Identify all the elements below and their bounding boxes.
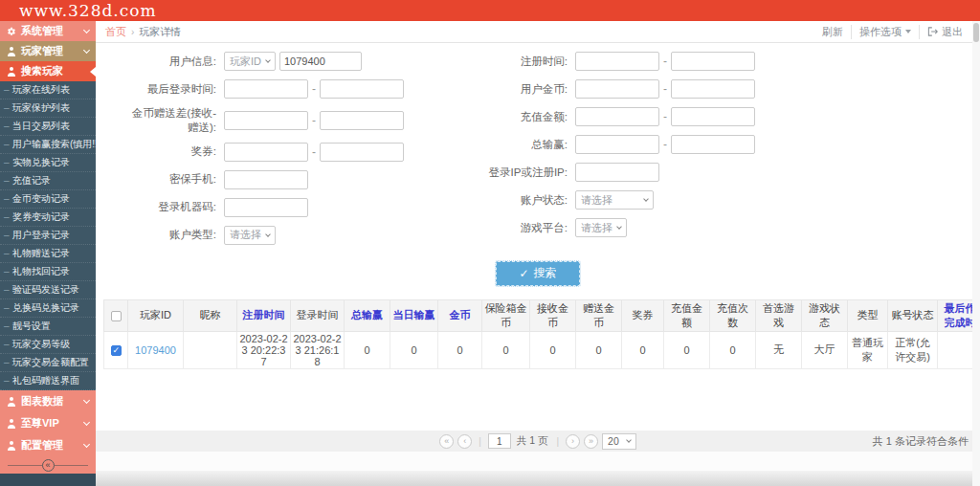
- breadcrumb-home-link[interactable]: 首页: [105, 25, 126, 39]
- recharge-amount-from-input[interactable]: [575, 107, 659, 126]
- sidebar-group-search-players[interactable]: 搜索玩家: [0, 61, 96, 81]
- sidebar-collapse-icon[interactable]: «: [42, 459, 55, 472]
- sidebar-item-lottery-changes[interactable]: 奖券变动记录: [0, 209, 96, 227]
- col-register-time[interactable]: 注册时间: [237, 299, 291, 331]
- col-received-coins: 接收金币: [530, 299, 576, 331]
- sidebar-item-trade-amount-config[interactable]: 玩家交易金额配置: [0, 354, 96, 372]
- next-page-button[interactable]: ›: [566, 434, 580, 449]
- cell-safe-coins: 0: [482, 331, 530, 368]
- pagination-bar: « ‹ | 共 1 页 | › » 20 共 1 条记录符合条件: [96, 431, 980, 452]
- machine-code-input[interactable]: [224, 198, 308, 217]
- cell-received-coins: 0: [530, 331, 576, 368]
- sidebar-item-vanity-id[interactable]: 靓号设置: [0, 318, 96, 336]
- vertical-scrollbar: [972, 21, 980, 486]
- page-number-input[interactable]: [488, 433, 511, 449]
- col-login-time: 登录时间: [291, 299, 345, 331]
- register-time-from-input[interactable]: [575, 52, 659, 71]
- sidebar-group-vip[interactable]: 至尊VIP: [0, 412, 96, 434]
- search-button[interactable]: ✓ 搜索: [496, 261, 580, 286]
- sidebar-group-players[interactable]: 玩家管理: [0, 41, 96, 61]
- col-lottery: 奖券: [622, 299, 664, 331]
- sidebar-item-gift-send-records[interactable]: 礼物赠送记录: [0, 245, 96, 263]
- field-label: 用户信息:: [128, 55, 224, 69]
- cell-lottery: 0: [622, 331, 664, 368]
- select-all-checkbox[interactable]: [111, 311, 122, 321]
- player-id-link[interactable]: 1079400: [128, 331, 184, 368]
- sidebar-group-system[interactable]: 系统管理: [0, 21, 96, 41]
- row-checkbox[interactable]: [111, 345, 122, 356]
- sidebar-group-chart-data[interactable]: 图表数据: [0, 390, 96, 412]
- account-type-select[interactable]: 请选择: [224, 226, 276, 245]
- col-today-winloss[interactable]: 当日输赢: [390, 299, 438, 331]
- account-status-select[interactable]: 请选择: [575, 190, 654, 210]
- last-page-button[interactable]: »: [584, 434, 598, 449]
- sidebar-submenu: 玩家在线列表 玩家保护列表 当日交易列表 用户输赢搜索(慎用!!!!!) 实物兑…: [0, 81, 96, 390]
- sidebar-item-captcha-records[interactable]: 验证码发送记录: [0, 281, 96, 299]
- secure-phone-input[interactable]: [224, 170, 308, 189]
- sidebar-item-goods-exchange[interactable]: 实物兑换记录: [0, 154, 96, 172]
- field-label: 总输赢:: [468, 138, 575, 152]
- sidebar-item-winloss-search[interactable]: 用户输赢搜索(慎用!!!!!): [0, 136, 96, 154]
- chevron-down-icon: [83, 440, 90, 447]
- total-winloss-to-input[interactable]: [671, 135, 755, 154]
- user-info-type-select[interactable]: 玩家ID: [224, 52, 276, 71]
- total-winloss-from-input[interactable]: [575, 135, 659, 154]
- prev-page-button[interactable]: ‹: [457, 434, 472, 449]
- col-safe-coins: 保险箱金币: [482, 299, 530, 331]
- logout-button[interactable]: 退出: [919, 25, 970, 39]
- results-table: 玩家ID 昵称 注册时间 登录时间 总输赢 当日输赢 金币 保险箱金币 接收金币…: [103, 299, 980, 369]
- refresh-button[interactable]: 刷新: [814, 25, 851, 39]
- sidebar-item-online-list[interactable]: 玩家在线列表: [0, 81, 96, 99]
- cell-nickname: [184, 331, 237, 368]
- col-gifted-coins: 赠送金币: [576, 299, 622, 331]
- register-time-to-input[interactable]: [671, 52, 755, 71]
- first-page-button[interactable]: «: [439, 434, 454, 449]
- breadcrumb: 首页 › 玩家详情 刷新 操作选项 退出: [96, 21, 980, 43]
- chevron-down-icon: [265, 57, 271, 63]
- game-platform-select[interactable]: 请选择: [575, 218, 627, 237]
- user-coin-from-input[interactable]: [575, 79, 659, 99]
- sidebar-item-recharge-records[interactable]: 充值记录: [0, 172, 96, 190]
- options-dropdown-button[interactable]: 操作选项: [851, 25, 919, 39]
- total-pages-label: 共 1 页: [517, 434, 548, 448]
- coin-gift-diff-from-input[interactable]: [224, 111, 308, 130]
- user-coin-to-input[interactable]: [671, 79, 755, 99]
- cell-gifted-coins: 0: [576, 331, 622, 368]
- watermark-bar: www.328d.com: [0, 0, 980, 21]
- lottery-to-input[interactable]: [320, 143, 404, 162]
- cell-recharge-count: 0: [710, 331, 756, 368]
- scrollbar-thumb[interactable]: [973, 23, 979, 42]
- user-icon: [7, 441, 16, 451]
- sidebar-item-coin-changes[interactable]: 金币变动记录: [0, 190, 96, 209]
- table-row: 1079400 2023-02-23 20:22:37 2023-02-23 2…: [104, 331, 980, 368]
- cell-recharge-amount: 0: [664, 331, 710, 368]
- sidebar-item-redeem-records[interactable]: 兑换码兑换记录: [0, 299, 96, 318]
- window-bottom-strip: [96, 471, 980, 486]
- sidebar-item-trade-level[interactable]: 玩家交易等级: [0, 336, 96, 354]
- sidebar-item-gift-recall-records[interactable]: 礼物找回记录: [0, 263, 96, 281]
- main-area: 首页 › 玩家详情 刷新 操作选项 退出: [96, 21, 980, 486]
- field-label: 密保手机:: [128, 172, 224, 187]
- last-login-to-input[interactable]: [320, 79, 404, 99]
- sidebar-item-protect-list[interactable]: 玩家保护列表: [0, 99, 96, 118]
- col-total-winloss[interactable]: 总输赢: [345, 299, 390, 331]
- last-login-from-input[interactable]: [224, 79, 308, 99]
- record-count-label: 共 1 条记录符合条件: [873, 434, 969, 449]
- cell-register-time: 2023-02-23 20:22:37: [237, 331, 291, 368]
- table-header-row: 玩家ID 昵称 注册时间 登录时间 总输赢 当日输赢 金币 保险箱金币 接收金币…: [104, 299, 980, 331]
- sidebar-item-giftcode-page[interactable]: 礼包码赠送界面: [0, 372, 96, 390]
- recharge-amount-to-input[interactable]: [671, 107, 755, 126]
- sidebar-group-label: 搜索玩家: [21, 64, 63, 78]
- page-size-select[interactable]: 20: [602, 433, 636, 450]
- user-icon: [7, 419, 16, 429]
- sidebar-item-today-trades[interactable]: 当日交易列表: [0, 118, 96, 136]
- coin-gift-diff-to-input[interactable]: [320, 111, 404, 130]
- logout-icon: [927, 27, 938, 36]
- breadcrumb-separator-icon: ›: [131, 27, 134, 37]
- lottery-from-input[interactable]: [224, 143, 308, 162]
- sidebar-group-config[interactable]: 配置管理: [0, 434, 96, 456]
- login-ip-input[interactable]: [575, 163, 659, 182]
- col-coins[interactable]: 金币: [438, 299, 482, 331]
- user-info-input[interactable]: [279, 52, 362, 71]
- sidebar-item-login-records[interactable]: 用户登录记录: [0, 227, 96, 245]
